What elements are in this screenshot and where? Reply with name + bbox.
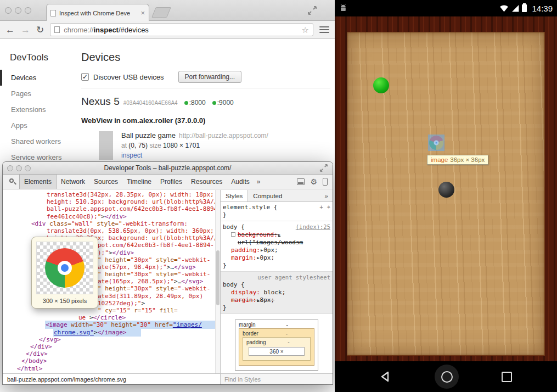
rule-source-link[interactable]: (index):25 [296,223,330,231]
dom-tree-line[interactable]: ball-puzzle.appspot.com/642ec0b3-fb8f-4e… [3,205,220,212]
zoom-window-button[interactable] [25,165,31,171]
page-thumbnail [99,131,113,160]
dom-tree-line[interactable]: </body> [3,357,220,365]
css-selector: element.style { [223,204,277,211]
devtools-window: Developer Tools – ball-puzzle.appspot.co… [3,162,333,384]
dom-tree-line[interactable]: </div> [3,343,220,350]
target-url[interactable]: http://ball-puzzle.appspot.com/ [179,132,268,139]
box-model-content: 360 × [249,347,305,356]
css-property[interactable]: background:▶ [223,231,330,239]
forward-button[interactable]: → [21,25,30,35]
address-bar[interactable]: chrome://inspect/#devices ☆ [50,23,313,36]
inspect-element-icon[interactable]: ⌖ [327,204,330,211]
css-property[interactable]: margin:▶8px; [223,296,330,304]
dom-tree-line[interactable]: <image width="30" height="30" href="imag… [3,321,220,328]
css-property[interactable]: url("images/woodsm [223,239,330,247]
back-button[interactable]: ← [5,25,15,35]
dom-tree-line[interactable]: </html> [3,365,220,372]
dom-tree-line[interactable]: translate3d(0px, 538.65px, 0px); width: … [3,227,220,234]
green-ball[interactable] [373,77,389,93]
dom-tree-line[interactable]: </div> [3,350,220,357]
status-icons: 14:39 [499,4,553,13]
menu-icon[interactable] [319,26,329,33]
tab-close-icon[interactable]: × [140,9,145,16]
recents-nav-icon[interactable] [502,372,512,382]
dom-tree-line[interactable]: <div class="wall" style="-webkit-transfo… [3,220,220,227]
styles-overflow-chevron[interactable]: » [325,193,333,199]
devtools-titlebar: Developer Tools – ball-puzzle.appspot.co… [3,162,333,175]
box-model-diagram[interactable]: margin- border- padding- 360 × [221,314,333,371]
find-in-styles-input[interactable]: Find in Styles [221,373,333,384]
fullscreen-icon[interactable] [319,164,328,172]
css-property[interactable]: margin:▶0px; [223,254,330,262]
discover-usb-checkbox[interactable]: ✓ [81,73,89,81]
android-nav-bar [335,361,557,392]
console-drawer-icon[interactable] [297,178,305,185]
device-mode-icon[interactable] [323,178,328,186]
devtools-tab-profiles[interactable]: Profiles [156,175,187,189]
url-text: chrome://inspect/#devices [64,26,149,34]
css-rule[interactable]: element.style {+⌖} [221,202,333,221]
settings-gear-icon[interactable]: ⚙ [310,178,317,186]
back-nav-icon[interactable] [380,371,392,383]
dom-tree-line[interactable]: height: 510.3px; background: url(blob:ht… [3,198,220,205]
dom-tree-line[interactable]: chrome.svg"></image> [3,329,220,336]
status-clock: 14:39 [532,4,553,13]
sidebar-item-extensions[interactable]: Extensions [0,102,77,117]
chrome-logo-center [58,261,72,275]
inspect-link[interactable]: inspect [121,152,268,159]
devtools-tab-elements[interactable]: Elements [19,175,57,189]
devtools-window-title: Developer Tools – ball-puzzle.appspot.co… [104,164,232,172]
close-window-button[interactable] [7,165,13,171]
dom-tree-line[interactable]: fee461cc40c8);"></div> [3,213,220,220]
elements-scrollbar[interactable] [215,190,220,373]
devtools-tab-sources[interactable]: Sources [89,175,122,189]
box-model-margin: margin- border- padding- 360 × [235,320,318,371]
home-nav-icon[interactable] [435,365,459,389]
css-rule[interactable]: body {(index):25background:▶url("images/… [221,221,333,272]
dark-ball[interactable] [438,182,454,198]
reload-button[interactable]: ↻ [36,25,44,35]
css-rule[interactable]: user agent stylesheetbody {display: bloc… [221,272,333,314]
tabs-overflow-chevron[interactable]: » [254,178,263,186]
devtools-tab-timeline[interactable]: Timeline [122,175,156,189]
port-forwarding-button[interactable]: Port forwarding... [178,71,241,83]
dom-tree-line[interactable]: translate3d(342px, 28.35px, 0px); width:… [3,191,220,198]
inspect-highlight-overlay [428,135,445,151]
css-property[interactable]: padding:▶0px; [223,247,330,254]
new-style-rule-icon[interactable]: + [319,204,323,211]
devtools-tab-network[interactable]: Network [57,175,89,189]
sidebar-title: DevTools [10,52,77,63]
devtools-tabs: ElementsNetworkSourcesTimelineProfilesRe… [19,175,254,189]
zoom-window-button[interactable] [25,7,31,14]
minimize-window-button[interactable] [16,165,22,171]
styles-tab-styles[interactable]: Styles [221,190,248,201]
dom-tree-line[interactable]: </svg> [3,336,220,343]
devtools-tab-audits[interactable]: Audits [227,175,254,189]
inspect-sidebar: DevTools DevicesPagesExtensionsAppsShare… [0,39,77,165]
close-window-button[interactable] [5,7,12,14]
browser-tab[interactable]: Inspect with Chrome Deve × [46,4,149,21]
search-icon[interactable] [8,177,17,186]
dom-tree-line[interactable]: ue ></circle> [3,314,220,321]
styles-tab-computed[interactable]: Computed [248,190,287,201]
property-checkbox[interactable] [231,232,235,237]
new-tab-button[interactable] [151,7,171,18]
scrollbar-thumb[interactable] [216,250,220,305]
minimize-window-button[interactable] [15,7,21,14]
sidebar-item-apps[interactable]: Apps [0,117,77,133]
sidebar-item-shared-workers[interactable]: Shared workers [0,133,77,149]
sidebar-item-pages[interactable]: Pages [0,86,77,102]
devtools-tab-resources[interactable]: Resources [187,175,227,189]
fullscreen-icon[interactable] [307,5,317,15]
styles-sections: element.style {+⌖}body {(index):25backgr… [221,202,333,314]
page-title: Devices [81,51,330,64]
css-property[interactable]: display: block; [223,289,330,296]
target-title: Ball puzzle game [121,131,176,139]
sidebar-item-devices[interactable]: Devices [0,70,77,86]
bookmark-star-icon[interactable]: ☆ [302,26,309,34]
usb-settings-row: ✓ Discover USB devices Port forwarding..… [81,71,330,88]
discover-usb-label: Discover USB devices [93,73,164,81]
webview-heading: WebView in com.alex.roller (37.0.0.0) [81,116,330,125]
chrome-logo [45,248,85,288]
